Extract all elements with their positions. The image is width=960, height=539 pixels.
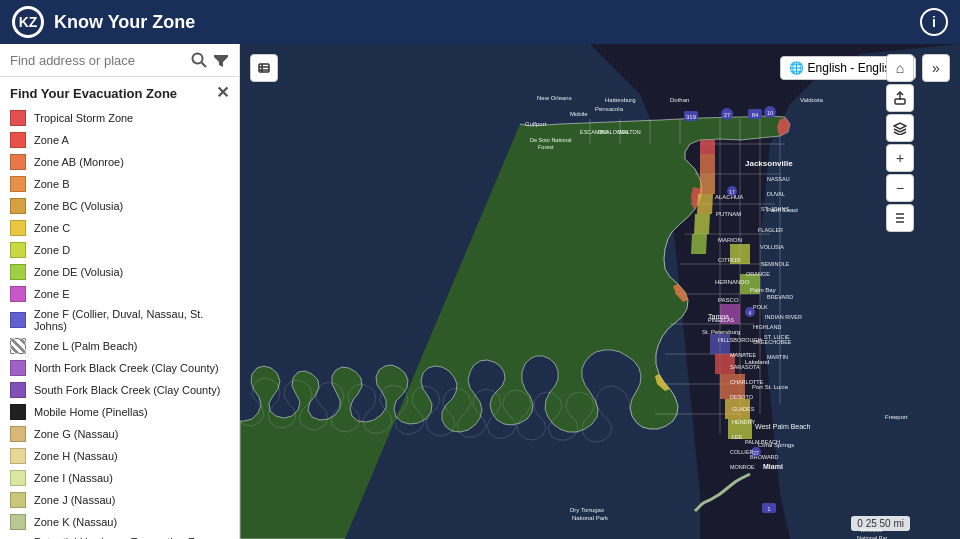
search-input[interactable]	[10, 53, 185, 68]
svg-text:ST. JOHNS: ST. JOHNS	[761, 206, 789, 212]
zoom-out-button[interactable]: −	[886, 174, 914, 202]
zone-list-item[interactable]: Zone DE (Volusia)	[0, 261, 239, 283]
svg-text:KZ: KZ	[19, 14, 38, 30]
home-icon: ⌂	[896, 60, 904, 76]
zone-list-item[interactable]: Zone E	[0, 283, 239, 305]
zone-label: Zone H (Nassau)	[34, 450, 118, 462]
layers-button[interactable]	[886, 114, 914, 142]
zone-list-item[interactable]: Zone C	[0, 217, 239, 239]
svg-text:DUVAL: DUVAL	[767, 191, 785, 197]
zone-list-item[interactable]: Zone D	[0, 239, 239, 261]
svg-text:PINELLAS: PINELLAS	[708, 317, 735, 323]
zoom-in-button[interactable]: +	[886, 144, 914, 172]
svg-text:De Soto National: De Soto National	[530, 137, 572, 143]
svg-text:10: 10	[767, 110, 774, 116]
zone-color-swatch	[10, 514, 26, 530]
zone-label: Zone A	[34, 134, 69, 146]
map-scale: 0 25 50 mi	[851, 516, 910, 531]
zone-list-item[interactable]: Zone F (Collier, Duval, Nassau, St. John…	[0, 305, 239, 335]
search-icon[interactable]	[191, 52, 207, 68]
zone-list-item[interactable]: Zone L (Palm Beach)	[0, 335, 239, 357]
zone-color-swatch	[10, 242, 26, 258]
zone-list-item[interactable]: Zone K (Nassau)	[0, 511, 239, 533]
zone-list-item[interactable]: Zone G (Nassau)	[0, 423, 239, 445]
zone-list-item[interactable]: Zone B	[0, 173, 239, 195]
svg-rect-108	[259, 64, 269, 72]
zone-label: Zone D	[34, 244, 70, 256]
map-area[interactable]: Jacksonville Tampa St. Petersburg Lakela…	[240, 44, 960, 539]
svg-text:HENDRY: HENDRY	[732, 419, 755, 425]
zone-list-item[interactable]: South Fork Black Creek (Clay County)	[0, 379, 239, 401]
app-logo: KZ	[12, 6, 44, 38]
svg-text:27: 27	[753, 450, 759, 456]
svg-text:4: 4	[749, 310, 752, 316]
svg-text:GLADES: GLADES	[732, 406, 755, 412]
svg-text:319: 319	[686, 114, 697, 120]
svg-text:MARTIN: MARTIN	[767, 354, 788, 360]
zone-list-item[interactable]: Zone AB (Monroe)	[0, 151, 239, 173]
svg-text:PASCO: PASCO	[718, 297, 739, 303]
zone-color-swatch	[10, 360, 26, 376]
svg-text:West Palm Beach: West Palm Beach	[755, 423, 811, 430]
zone-list-item[interactable]: Zone H (Nassau)	[0, 445, 239, 467]
svg-text:MARION: MARION	[718, 237, 742, 243]
map-layers-toggle[interactable]	[250, 54, 278, 82]
zone-color-swatch	[10, 220, 26, 236]
zone-label: Zone C	[34, 222, 70, 234]
svg-text:Forest: Forest	[538, 144, 554, 150]
zone-list-item[interactable]: North Fork Black Creek (Clay County)	[0, 357, 239, 379]
zone-panel: Find Your Evacuation Zone ✕ Tropical Sto…	[0, 77, 239, 539]
zone-color-swatch	[10, 470, 26, 486]
zone-list-item[interactable]: Zone BC (Volusia)	[0, 195, 239, 217]
svg-text:INDIAN RIVER: INDIAN RIVER	[765, 314, 802, 320]
zone-color-swatch	[10, 154, 26, 170]
language-label: English - English	[808, 61, 897, 75]
zone-label: Zone AB (Monroe)	[34, 156, 124, 168]
svg-text:Valdosta: Valdosta	[800, 97, 824, 103]
svg-text:ST. LUCIE: ST. LUCIE	[764, 334, 790, 340]
svg-text:St. Petersburg: St. Petersburg	[702, 329, 740, 335]
globe-icon: 🌐	[789, 61, 804, 75]
svg-text:LEE: LEE	[732, 434, 743, 440]
share-button[interactable]	[886, 84, 914, 112]
home-button[interactable]: ⌂	[886, 54, 914, 82]
svg-text:HERNANDO: HERNANDO	[715, 279, 750, 285]
map-left-controls	[250, 54, 278, 82]
svg-text:HIGHLAND: HIGHLAND	[753, 324, 781, 330]
zone-color-swatch	[10, 382, 26, 398]
close-icon[interactable]: ✕	[216, 85, 229, 101]
zone-color-swatch	[10, 338, 26, 354]
zone-list-item[interactable]: Zone J (Nassau)	[0, 489, 239, 511]
svg-text:POLK: POLK	[753, 304, 768, 310]
svg-text:DESOTO: DESOTO	[730, 394, 754, 400]
svg-text:National Par...: National Par...	[857, 535, 892, 539]
zone-label: Zone BC (Volusia)	[34, 200, 123, 212]
zone-label: Zone B	[34, 178, 69, 190]
filter-icon[interactable]	[213, 52, 229, 68]
map-top-controls: 🌐 English - English ▾ »	[780, 54, 950, 82]
svg-text:Pensacola: Pensacola	[595, 106, 624, 112]
zone-list-item[interactable]: Zone I (Nassau)	[0, 467, 239, 489]
svg-text:BREVARD: BREVARD	[767, 294, 793, 300]
svg-text:MANATEE: MANATEE	[730, 352, 757, 358]
svg-text:PALM BEACH: PALM BEACH	[745, 439, 780, 445]
svg-text:VOLUSIA: VOLUSIA	[760, 244, 784, 250]
list-button[interactable]	[886, 204, 914, 232]
info-button[interactable]: i	[920, 8, 948, 36]
app-header: KZ Know Your Zone i	[0, 0, 960, 44]
zone-list-item[interactable]: Zone A	[0, 129, 239, 151]
expand-map-button[interactable]: »	[922, 54, 950, 82]
zone-list-item[interactable]: Potential Hurricane Evacuation Zone (Fla…	[0, 533, 239, 539]
zone-label: Zone E	[34, 288, 69, 300]
zone-color-swatch	[10, 426, 26, 442]
zone-list-item[interactable]: Mobile Home (Pinellas)	[0, 401, 239, 423]
zone-label: Zone F (Collier, Duval, Nassau, St. John…	[34, 308, 229, 332]
svg-text:PUTNAM: PUTNAM	[716, 211, 741, 217]
zone-color-swatch	[10, 312, 26, 328]
zone-list: Tropical Storm ZoneZone AZone AB (Monroe…	[0, 107, 239, 539]
svg-rect-104	[895, 99, 905, 104]
zone-list-item[interactable]: Tropical Storm Zone	[0, 107, 239, 129]
zone-panel-header: Find Your Evacuation Zone ✕	[0, 77, 239, 107]
svg-text:SARASOTA: SARASOTA	[730, 364, 760, 370]
svg-text:New Orleans: New Orleans	[537, 95, 572, 101]
